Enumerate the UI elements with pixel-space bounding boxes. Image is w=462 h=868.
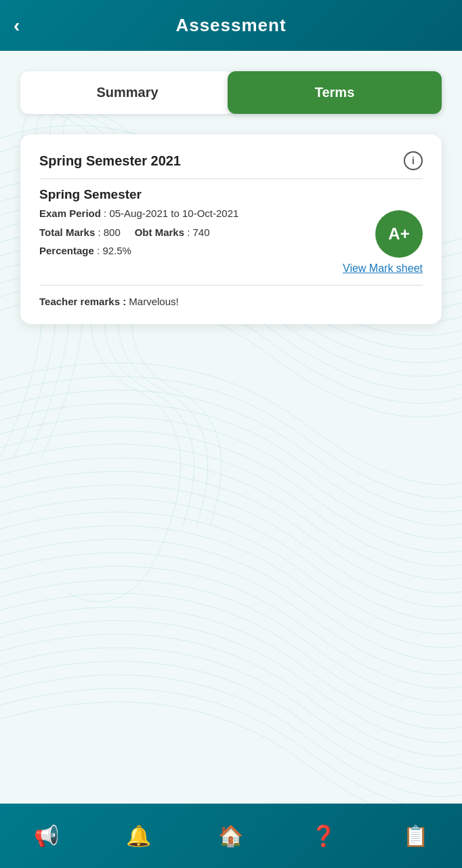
- tab-terms[interactable]: Terms: [228, 71, 442, 114]
- help-icon: ❓: [311, 824, 336, 848]
- marks-row: Total Marks : 800 Obt Marks : 740: [39, 225, 375, 241]
- view-marksheet-container: View Mark sheet: [39, 262, 423, 275]
- card-title: Spring Semester 2021: [39, 153, 181, 169]
- notification-icon: 🔔: [126, 824, 151, 848]
- grade-value: A+: [388, 224, 409, 243]
- percentage-value: : 92.5%: [97, 245, 131, 256]
- back-button[interactable]: ‹: [14, 15, 20, 37]
- report-icon: 📋: [403, 824, 428, 848]
- total-marks-value: : 800: [98, 226, 120, 238]
- nav-report[interactable]: 📋: [403, 824, 428, 848]
- exam-period-value: : 05-Aug-2021 to 10-Oct-2021: [104, 208, 238, 219]
- card-divider: [39, 285, 423, 285]
- semester-name: Spring Semester: [39, 187, 423, 202]
- nav-notification[interactable]: 🔔: [126, 824, 151, 848]
- exam-period-label: Exam Period: [39, 208, 101, 219]
- total-marks-label: Total Marks: [39, 226, 95, 238]
- nav-announcement[interactable]: 📢: [34, 824, 59, 848]
- teacher-remarks-label: Teacher remarks :: [39, 296, 126, 307]
- nav-home[interactable]: 🏠: [218, 824, 243, 848]
- assessment-card: Spring Semester 2021 i Spring Semester E…: [20, 134, 442, 324]
- card-body: Exam Period : 05-Aug-2021 to 10-Oct-2021…: [39, 206, 423, 262]
- obt-marks-value: : 740: [187, 226, 209, 238]
- percentage-row: Percentage : 92.5%: [39, 243, 375, 259]
- percentage-label: Percentage: [39, 245, 94, 256]
- bottom-nav: 📢 🔔 🏠 ❓ 📋: [0, 804, 462, 868]
- exam-period-row: Exam Period : 05-Aug-2021 to 10-Oct-2021: [39, 206, 375, 222]
- teacher-remarks-value: Marvelous!: [129, 296, 178, 307]
- card-info: Exam Period : 05-Aug-2021 to 10-Oct-2021…: [39, 206, 375, 262]
- view-marksheet-link[interactable]: View Mark sheet: [343, 262, 423, 274]
- announcement-icon: 📢: [34, 824, 59, 848]
- info-icon[interactable]: i: [404, 151, 423, 170]
- nav-help[interactable]: ❓: [311, 824, 336, 848]
- home-icon: 🏠: [218, 824, 243, 848]
- obt-marks-label: Obt Marks: [135, 226, 184, 238]
- tab-summary[interactable]: Summary: [20, 71, 234, 114]
- tab-bar: Summary Terms: [20, 71, 442, 114]
- main-content: Summary Terms Spring Semester 2021 i Spr…: [0, 51, 462, 324]
- grade-badge: A+: [375, 210, 423, 258]
- card-header: Spring Semester 2021 i: [39, 151, 423, 179]
- teacher-remarks: Teacher remarks : Marvelous!: [39, 296, 423, 307]
- header: ‹ Assessment: [0, 0, 462, 51]
- page-title: Assessment: [175, 15, 286, 36]
